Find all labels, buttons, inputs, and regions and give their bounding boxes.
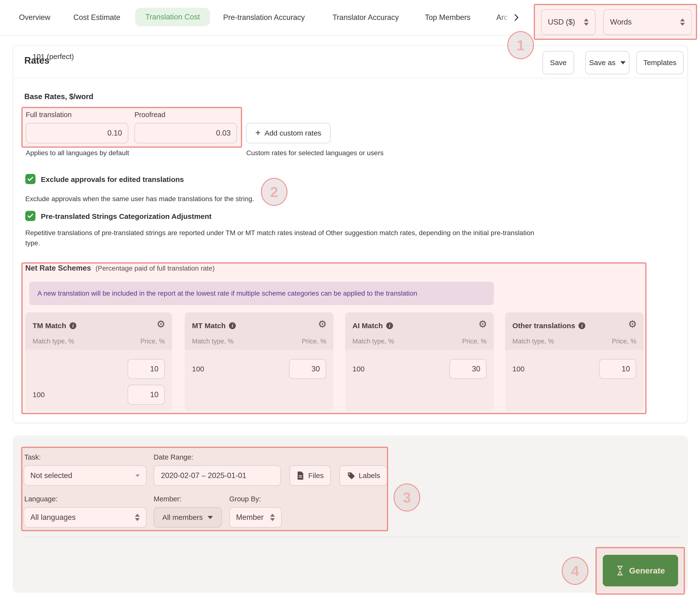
exclude-approvals-checkbox[interactable] <box>25 174 35 184</box>
match-type-column-header: Match type, % <box>352 338 394 345</box>
ai-match-card: AI Match i ⚙ Match type, % Price, % 100 … <box>345 312 494 411</box>
updown-arrows-icon <box>584 19 589 26</box>
gear-icon[interactable]: ⚙ <box>318 319 327 329</box>
currency-select[interactable]: USD ($) <box>541 9 596 35</box>
tab-translation-cost-active[interactable]: Translation Cost <box>135 8 210 26</box>
match-type-value: 101 (perfect) <box>32 52 74 61</box>
check-icon <box>27 212 34 219</box>
caret-down-icon <box>207 516 213 519</box>
plus-icon: + <box>255 128 260 137</box>
mt-match-card: MT Match i ⚙ Match type, % Price, % 100 … <box>185 312 333 411</box>
info-icon[interactable]: i <box>578 322 585 329</box>
match-type-value: 100 <box>352 365 365 373</box>
match-type-value: 100 <box>32 391 45 399</box>
task-label: Task: <box>24 453 41 461</box>
updown-arrows-icon <box>270 514 275 521</box>
match-type-column-header: Match type, % <box>192 338 233 345</box>
net-rate-schemes-heading: Net Rate Schemes (Percentage paid of ful… <box>25 264 215 272</box>
price-input[interactable]: 10 <box>128 385 165 405</box>
labels-button[interactable]: Labels <box>339 465 388 486</box>
tab-overview[interactable]: Overview <box>19 0 50 35</box>
settings-divider <box>24 537 679 537</box>
proofread-rate-input[interactable]: 0.03 <box>134 123 237 143</box>
report-page: Overview Cost Estimate Translation Cost … <box>0 0 700 599</box>
price-column-header: Price, % <box>462 338 486 345</box>
hourglass-icon <box>616 566 624 576</box>
info-icon[interactable]: i <box>229 322 236 329</box>
info-icon[interactable]: i <box>70 322 76 329</box>
templates-button[interactable]: Templates <box>636 51 683 74</box>
group-by-select[interactable]: Member <box>229 507 282 528</box>
match-type-column-header: Match type, % <box>32 338 74 345</box>
full-translation-label: Full translation <box>26 111 72 119</box>
card-title: MT Match i <box>192 321 236 330</box>
card-title: AI Match i <box>352 321 393 330</box>
pretranslated-adjustment-description: Repetitive translations of pre-translate… <box>25 228 536 248</box>
price-column-header: Price, % <box>612 338 636 345</box>
generate-button[interactable]: Generate <box>603 555 678 587</box>
custom-rates-caption: Custom rates for selected languages or u… <box>246 149 383 157</box>
lowest-rate-info-banner: A new translation will be included in th… <box>29 282 494 305</box>
save-button[interactable]: Save <box>543 51 574 74</box>
updown-arrows-icon <box>135 514 140 521</box>
price-column-header: Price, % <box>140 338 165 345</box>
price-input[interactable]: 10 <box>599 359 636 379</box>
file-icon <box>297 471 304 480</box>
nav-more-chevron-icon[interactable] <box>511 12 521 23</box>
card-title: Other translations i <box>512 321 585 330</box>
net-rate-schemes-subheading: (Percentage paid of full translation rat… <box>96 264 215 272</box>
tab-pretranslation-accuracy[interactable]: Pre-translation Accuracy <box>223 0 305 35</box>
tab-translator-accuracy[interactable]: Translator Accuracy <box>332 0 399 35</box>
tab-top-members[interactable]: Top Members <box>425 0 471 35</box>
language-label: Language: <box>24 495 58 503</box>
price-input[interactable]: 30 <box>449 359 486 379</box>
member-select[interactable]: All members <box>154 507 222 528</box>
task-select[interactable]: Not selected <box>24 465 147 486</box>
language-select[interactable]: All languages <box>24 507 147 528</box>
files-button[interactable]: Files <box>290 465 331 486</box>
match-type-value: 100 <box>192 365 204 373</box>
exclude-approvals-label: Exclude approvals for edited translation… <box>41 175 184 184</box>
tm-match-card: TM Match i ⚙ Match type, % Price, % 101 … <box>25 312 172 411</box>
gear-icon[interactable]: ⚙ <box>628 319 637 329</box>
price-input[interactable]: 30 <box>289 359 326 379</box>
caret-down-icon <box>620 61 626 64</box>
info-icon[interactable]: i <box>386 322 393 329</box>
add-custom-rates-button[interactable]: + Add custom rates <box>246 123 330 143</box>
exclude-approvals-description: Exclude approvals when the same user has… <box>25 194 254 204</box>
save-as-button[interactable]: Save as <box>585 51 629 74</box>
base-rates-heading: Base Rates, $/word <box>24 92 93 101</box>
pretranslated-adjustment-checkbox[interactable] <box>25 211 35 221</box>
base-rates-caption: Applies to all languages by default <box>26 149 129 157</box>
check-icon <box>27 176 34 182</box>
pretranslated-adjustment-label: Pre-translated Strings Categorization Ad… <box>41 212 211 220</box>
updown-arrows-icon <box>680 19 685 26</box>
match-type-column-header: Match type, % <box>512 338 554 345</box>
member-label: Member: <box>154 495 181 503</box>
date-range-label: Date Range: <box>154 453 193 461</box>
tab-cost-estimate[interactable]: Cost Estimate <box>73 0 120 35</box>
units-select[interactable]: Words <box>603 9 692 35</box>
caret-down-icon <box>135 474 140 477</box>
tab-archived-truncated[interactable]: Arc <box>496 0 511 35</box>
match-type-value: 100 <box>512 365 525 373</box>
group-by-label: Group By: <box>229 495 261 503</box>
tag-icon <box>347 471 355 480</box>
card-title: TM Match i <box>32 321 76 330</box>
proofread-label: Proofread <box>134 111 165 119</box>
price-input[interactable]: 10 <box>128 359 165 379</box>
price-column-header: Price, % <box>302 338 326 345</box>
full-translation-rate-input[interactable]: 0.10 <box>26 123 128 143</box>
date-range-input[interactable]: 2020-02-07 – 2025-01-01 <box>154 465 281 486</box>
gear-icon[interactable]: ⚙ <box>156 319 165 329</box>
gear-icon[interactable]: ⚙ <box>478 319 487 329</box>
other-translations-card: Other translations i ⚙ Match type, % Pri… <box>505 312 644 411</box>
top-nav: Overview Cost Estimate Translation Cost … <box>0 0 700 35</box>
